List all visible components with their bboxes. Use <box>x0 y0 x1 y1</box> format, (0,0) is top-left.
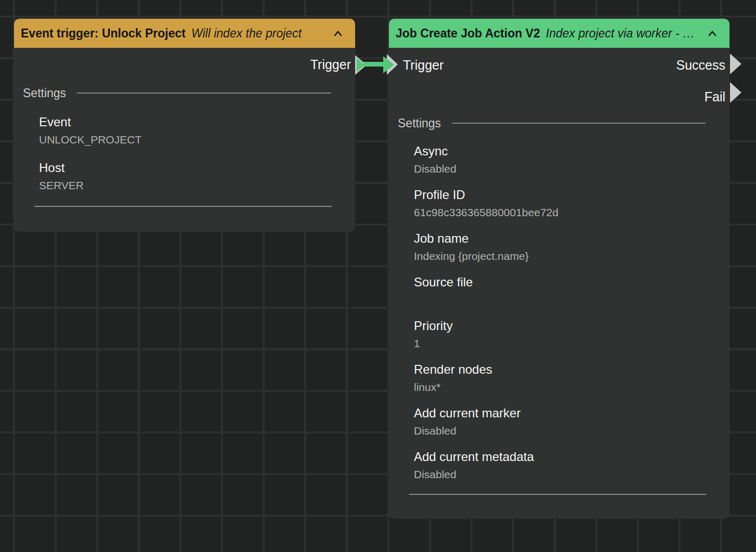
chevron-up-icon[interactable] <box>702 31 716 36</box>
field-async: Async Disabled <box>414 143 729 176</box>
output-port-row: Trigger <box>14 48 355 81</box>
node-job-create-job-action[interactable]: Job Create Job Action V2 Index project v… <box>389 19 729 519</box>
output-port-label-fail: Fail <box>705 89 729 104</box>
field-label: Host <box>39 160 355 176</box>
node-event-trigger-header[interactable]: Event trigger: Unlock Project Will index… <box>14 19 355 48</box>
field-label: Async <box>414 143 729 159</box>
output-port-label-success: Success <box>676 58 729 73</box>
field-label: Job name <box>414 231 729 246</box>
node-event-trigger[interactable]: Event trigger: Unlock Project Will index… <box>14 19 355 232</box>
port-row-trigger-success: Trigger Success <box>389 48 729 82</box>
settings-section-header: Settings <box>14 85 355 101</box>
field-label: Event <box>39 114 355 130</box>
field-add-current-metadata: Add current metadata Disabled <box>414 449 729 481</box>
field-value: Disabled <box>414 468 729 481</box>
settings-label: Settings <box>398 116 441 130</box>
settings-rule <box>77 93 331 94</box>
settings-fields: Async Disabled Profile ID 61c98c33636588… <box>389 143 729 481</box>
field-value: 61c98c336365880001bee72d <box>414 206 729 219</box>
field-value: Disabled <box>414 162 729 176</box>
field-label: Render nodes <box>414 362 729 377</box>
field-value: Indexing {project.name} <box>414 249 729 263</box>
field-label: Add current marker <box>414 405 729 421</box>
workflow-canvas[interactable]: Event trigger: Unlock Project Will index… <box>0 0 756 552</box>
settings-fields: Event UNLOCK_PROJECT Host SERVER <box>14 114 355 192</box>
node-subtitle: Index project via worker - … <box>546 27 695 41</box>
port-row-fail: Fail <box>389 82 729 111</box>
node-job-action-header[interactable]: Job Create Job Action V2 Index project v… <box>389 19 729 48</box>
field-label: Add current metadata <box>414 449 729 465</box>
field-value: SERVER <box>39 179 355 192</box>
field-source-file: Source file <box>414 274 729 307</box>
node-title: Job Create Job Action V2 <box>396 27 540 41</box>
field-host: Host SERVER <box>39 160 355 192</box>
field-label: Priority <box>414 318 729 334</box>
node-body: Trigger Success Fail Settings Async Disa… <box>389 48 729 519</box>
field-label: Source file <box>414 274 729 290</box>
field-value: UNLOCK_PROJECT <box>39 133 355 147</box>
settings-label: Settings <box>23 86 66 100</box>
field-value: 1 <box>414 337 729 350</box>
success-output-port[interactable] <box>730 54 741 74</box>
chevron-up-icon[interactable] <box>328 31 342 36</box>
node-title: Event trigger: Unlock Project <box>21 27 186 41</box>
fail-output-port[interactable] <box>730 82 741 103</box>
field-value: linux* <box>414 380 729 394</box>
node-subtitle: Will index the project <box>191 27 302 41</box>
field-profile-id: Profile ID 61c98c336365880001bee72d <box>414 187 729 219</box>
field-add-current-marker: Add current marker Disabled <box>414 405 729 438</box>
output-port-label-trigger: Trigger <box>310 57 351 72</box>
field-value <box>414 293 729 307</box>
field-job-name: Job name Indexing {project.name} <box>414 231 729 263</box>
field-value: Disabled <box>414 424 729 438</box>
field-event: Event UNLOCK_PROJECT <box>39 114 355 147</box>
settings-rule <box>452 123 706 124</box>
field-label: Profile ID <box>414 187 729 203</box>
field-render-nodes: Render nodes linux* <box>414 362 729 394</box>
node-body: Trigger Settings Event UNLOCK_PROJECT Ho… <box>14 48 355 232</box>
settings-section-header: Settings <box>389 115 729 131</box>
field-priority: Priority 1 <box>414 318 729 350</box>
